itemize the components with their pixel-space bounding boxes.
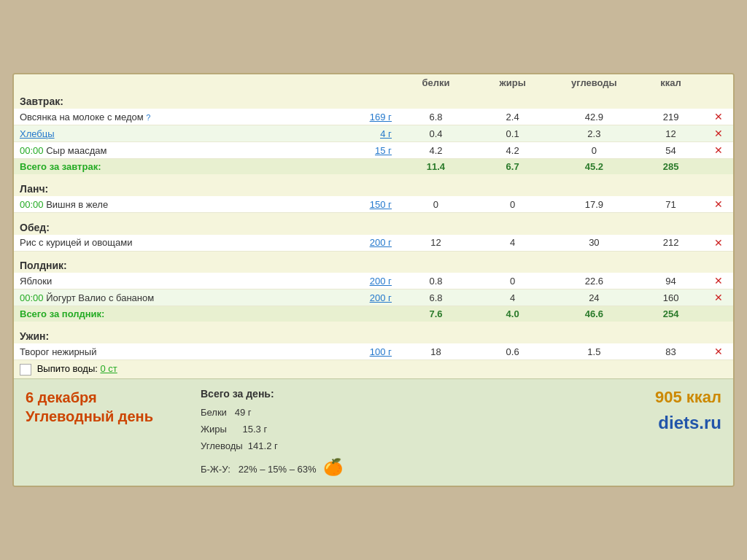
food-protein: 0.4 [398, 125, 474, 142]
summary-kcal: 905 ккал diets.ru [576, 388, 721, 433]
main-container: белки жиры углеводы ккал Завтрак: Овсянк… [12, 73, 735, 487]
food-protein: 6.8 [398, 289, 474, 306]
food-carb: 0 [551, 142, 637, 159]
food-fat: 4 [474, 289, 551, 306]
amount-link[interactable]: 150 г [370, 199, 392, 210]
date-text: 6 декабря Углеводный день [26, 388, 171, 426]
total-protein: 7.6 [398, 306, 474, 322]
food-protein: 4.2 [398, 142, 474, 159]
food-name: Творог нежирный [14, 343, 321, 360]
logo-text[interactable]: diets.ru [658, 413, 721, 433]
amount-link[interactable]: 4 г [380, 128, 392, 139]
total-day-label: Всего за день: [201, 388, 576, 400]
food-fat: 0 [474, 273, 551, 289]
protein-label: Белки [201, 407, 227, 418]
question-mark[interactable]: ? [146, 113, 150, 122]
food-kcal: 219 [638, 109, 705, 125]
food-name: Рис с курицей и овощами [14, 235, 321, 252]
protein-value: 49 г [235, 407, 252, 418]
header-kcal: ккал [638, 74, 705, 91]
time-prefix: 00:00 [20, 199, 44, 210]
food-amount: 169 г [321, 109, 398, 125]
total-fat: 4.0 [474, 306, 551, 322]
kcal-total-value: 905 ккал [576, 388, 721, 407]
time-prefix: 00:00 [20, 292, 44, 303]
bju-value: 22% – 15% – 63% [239, 464, 317, 475]
food-amount: 150 г [321, 196, 398, 213]
summary-date: 6 декабря Углеводный день [26, 388, 171, 426]
total-carb: 45.2 [551, 159, 637, 175]
logo-area: diets.ru [576, 413, 721, 433]
total-carb: 46.6 [551, 306, 637, 322]
total-fat: 6.7 [474, 159, 551, 175]
food-protein: 6.8 [398, 109, 474, 125]
amount-link[interactable]: 169 г [370, 112, 392, 122]
food-carb: 2.3 [551, 125, 637, 142]
total-amount [321, 159, 398, 175]
header-del [705, 74, 733, 91]
food-kcal: 83 [638, 343, 705, 360]
table-row: 00:00 Сыр маасдам 15 г 4.2 4.2 0 54 ✕ [14, 142, 733, 159]
total-amount [321, 306, 398, 322]
food-fat: 0 [474, 196, 551, 213]
date-line2: Углеводный день [26, 408, 153, 424]
delete-button[interactable]: ✕ [705, 125, 733, 142]
food-kcal: 94 [638, 273, 705, 289]
food-name: Яблоки [14, 273, 321, 289]
water-cell: Выпито воды: 0 ст [14, 360, 733, 378]
food-amount: 15 г [321, 142, 398, 159]
amount-link[interactable]: 100 г [370, 346, 392, 357]
section-zavtrak: Завтрак: [14, 91, 733, 109]
food-kcal: 54 [638, 142, 705, 159]
fat-label: Жиры [201, 424, 227, 435]
total-label: Всего за полдник: [14, 306, 321, 322]
amount-link[interactable]: 200 г [370, 237, 392, 248]
delete-button[interactable]: ✕ [705, 109, 733, 125]
bju-label: Б-Ж-У: [201, 464, 231, 475]
delete-button[interactable]: ✕ [705, 273, 733, 289]
food-protein: 0 [398, 196, 474, 213]
food-name-link[interactable]: Хлебцы [20, 128, 55, 139]
poldnik-title: Полдник: [14, 255, 733, 273]
amount-link[interactable]: 200 г [370, 276, 392, 287]
total-protein: 11.4 [398, 159, 474, 175]
water-row: Выпито воды: 0 ст [14, 360, 733, 378]
header-carb: углеводы [551, 74, 637, 91]
zavtrak-title: Завтрак: [14, 91, 733, 109]
food-kcal: 12 [638, 125, 705, 142]
food-carb: 24 [551, 289, 637, 306]
food-fat: 0.6 [474, 343, 551, 360]
table-row: Хлебцы 4 г 0.4 0.1 2.3 12 ✕ [14, 125, 733, 142]
amount-link[interactable]: 200 г [370, 292, 392, 303]
total-del [705, 306, 733, 322]
delete-button[interactable]: ✕ [705, 196, 733, 213]
column-headers: белки жиры углеводы ккал [14, 74, 733, 91]
food-table: белки жиры углеводы ккал Завтрак: Овсянк… [14, 74, 733, 378]
carb-value: 141.2 г [248, 440, 278, 451]
delete-button[interactable]: ✕ [705, 343, 733, 360]
delete-button[interactable]: ✕ [705, 289, 733, 306]
section-uzhin: Ужин: [14, 326, 733, 343]
uzhin-title: Ужин: [14, 326, 733, 343]
table-row: Творог нежирный 100 г 18 0.6 1.5 83 ✕ [14, 343, 733, 360]
total-del [705, 159, 733, 175]
delete-button[interactable]: ✕ [705, 142, 733, 159]
food-fat: 0.1 [474, 125, 551, 142]
nutrients-detail: Белки 49 г Жиры 15.3 г Углеводы 141.2 г [201, 404, 576, 455]
obed-title: Обед: [14, 217, 733, 235]
food-protein: 12 [398, 235, 474, 252]
food-name: Хлебцы [14, 125, 321, 142]
amount-link[interactable]: 15 г [375, 145, 392, 156]
lanch-title: Ланч: [14, 179, 733, 196]
header-protein: белки [398, 74, 474, 91]
food-carb: 22.6 [551, 273, 637, 289]
food-name: 00:00 Вишня в желе [14, 196, 321, 213]
food-name: 00:00 Сыр маасдам [14, 142, 321, 159]
water-value[interactable]: 0 ст [100, 363, 117, 374]
food-kcal: 160 [638, 289, 705, 306]
food-kcal: 212 [638, 235, 705, 252]
bju-row: Б-Ж-У: 22% – 15% – 63% 🍊 [201, 458, 576, 477]
delete-button[interactable]: ✕ [705, 235, 733, 252]
total-kcal: 285 [638, 159, 705, 175]
total-kcal: 254 [638, 306, 705, 322]
